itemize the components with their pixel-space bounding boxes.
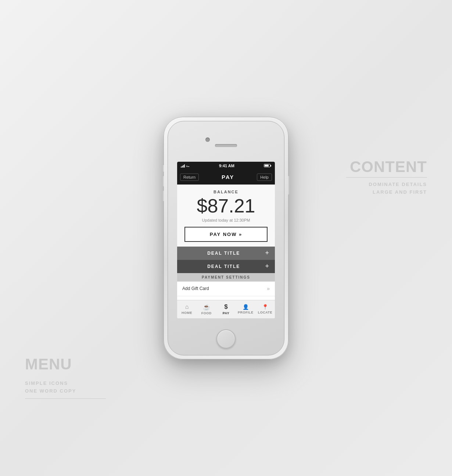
battery-icon <box>264 164 271 167</box>
profile-icon: 👤 <box>243 304 249 310</box>
signal-bar-2 <box>182 166 183 168</box>
tab-food-label: FOOD <box>201 311 212 315</box>
phone-speaker <box>215 144 237 147</box>
menu-annotation-subtitle: SIMPLE ICONS ONE WORD COPY <box>25 380 76 395</box>
content-annotation: CONTENT <box>350 158 427 176</box>
deal-row-1[interactable]: DEAL TITLE + <box>177 247 275 260</box>
tab-pay-label: PAY <box>223 311 230 315</box>
tab-profile[interactable]: 👤 PROFILE <box>236 300 255 318</box>
locate-icon: 📍 <box>262 304 268 310</box>
content-annotation-line <box>346 177 427 178</box>
signal-bar-1 <box>181 167 182 168</box>
menu-subtitle-line2: ONE WORD COPY <box>25 388 76 394</box>
tab-profile-label: PROFILE <box>238 311 254 314</box>
deal-plus-1: + <box>265 249 270 257</box>
status-time: 9:41 AM <box>219 164 234 168</box>
food-icon: ☕ <box>203 304 210 311</box>
balance-label: BALANCE <box>184 190 268 194</box>
content-annotation-subtitle: DOMINATE DETAILS LARGE AND FIRST <box>369 181 427 196</box>
power-button[interactable] <box>288 176 290 194</box>
pay-now-button[interactable]: PAY NOW » <box>184 227 268 242</box>
phone-camera <box>205 137 210 142</box>
help-button[interactable]: Help <box>257 173 272 181</box>
pay-icon: $ <box>224 303 227 311</box>
status-bar-left: ⌳ <box>181 164 190 168</box>
phone-shell: ⌳ 9:41 AM Return PAY <box>164 117 288 359</box>
tab-bar: ⌂ HOME ☕ FOOD $ PAY 👤 PROFILE <box>177 300 275 318</box>
menu-annotation-title: MENU <box>25 355 72 373</box>
volume-down-button[interactable] <box>162 191 164 201</box>
menu-subtitle-line1: SIMPLE ICONS <box>25 380 68 386</box>
deal-plus-2: + <box>265 262 270 270</box>
mute-button[interactable] <box>162 165 164 172</box>
signal-bars-icon <box>181 164 185 168</box>
menu-annotation: MENU <box>25 355 72 373</box>
balance-updated-text: Updated today at 12:30PM <box>184 218 268 222</box>
content-annotation-title: CONTENT <box>350 158 427 175</box>
volume-up-button[interactable] <box>162 176 164 186</box>
back-button[interactable]: Return <box>180 173 199 181</box>
deal-row-2[interactable]: DEAL TITLE + <box>177 260 275 273</box>
signal-bar-3 <box>183 165 184 168</box>
balance-amount: $87.21 <box>184 196 268 216</box>
content-subtitle-line1: DOMINATE DETAILS <box>369 182 427 187</box>
signal-bar-4 <box>184 164 185 168</box>
tab-locate[interactable]: 📍 LOCATE <box>255 300 275 318</box>
tab-food[interactable]: ☕ FOOD <box>197 300 216 318</box>
home-icon: ⌂ <box>185 304 189 310</box>
content-subtitle-line2: LARGE AND FIRST <box>373 189 427 195</box>
tab-home-label: HOME <box>182 311 192 315</box>
menu-annotation-line <box>25 398 106 399</box>
add-gift-card-label: Add Gift Card <box>182 286 209 291</box>
deal-title-2: DEAL TITLE <box>182 264 265 269</box>
tab-pay[interactable]: $ PAY <box>216 300 236 318</box>
status-bar: ⌳ 9:41 AM <box>177 162 275 170</box>
navigation-bar: Return PAY Help <box>177 170 275 185</box>
deal-title-1: DEAL TITLE <box>182 251 265 256</box>
wifi-icon: ⌳ <box>186 164 190 168</box>
phone-screen: ⌳ 9:41 AM Return PAY <box>177 162 275 318</box>
payment-settings-header: PAYMENT SETTINGS <box>177 273 275 282</box>
status-bar-right <box>264 164 271 167</box>
home-button[interactable] <box>216 329 236 348</box>
balance-section: BALANCE $87.21 Updated today at 12:30PM … <box>177 185 275 247</box>
tab-locate-label: LOCATE <box>258 311 272 314</box>
phone-mockup: ⌳ 9:41 AM Return PAY <box>164 117 288 359</box>
nav-title: PAY <box>222 174 234 180</box>
add-gift-card-chevron-icon: » <box>267 286 270 291</box>
tab-home[interactable]: ⌂ HOME <box>177 300 197 318</box>
add-gift-card-row[interactable]: Add Gift Card » <box>177 282 275 296</box>
phone-inner-bezel: ⌳ 9:41 AM Return PAY <box>168 121 284 355</box>
